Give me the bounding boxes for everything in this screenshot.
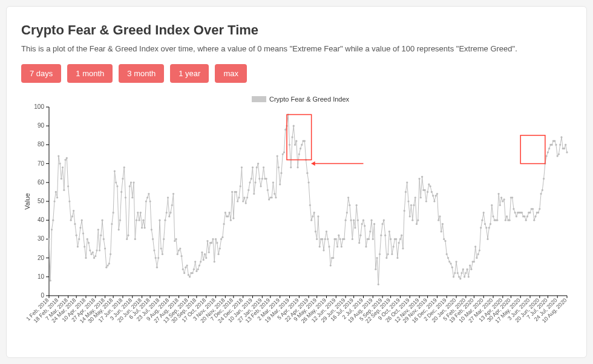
svg-point-465 [492,215,494,217]
svg-point-140 [48,238,50,240]
svg-point-336 [316,238,318,240]
svg-point-332 [310,219,312,221]
range-1month-button[interactable]: 1 month [67,64,113,83]
svg-point-245 [192,272,194,274]
svg-point-410 [417,219,419,221]
range-7days-button[interactable]: 7 days [21,64,61,83]
svg-point-154 [67,185,69,187]
svg-point-204 [136,219,137,221]
svg-point-372 [365,245,367,247]
svg-point-358 [346,212,348,213]
svg-point-381 [378,284,379,285]
svg-point-220 [157,257,159,259]
svg-point-232 [174,240,175,242]
svg-point-494 [532,208,534,210]
svg-point-291 [254,181,256,183]
svg-point-148 [59,163,61,164]
svg-point-337 [317,215,319,217]
svg-point-479 [511,197,513,198]
svg-point-447 [468,276,470,278]
svg-point-214 [149,200,151,202]
svg-point-233 [175,238,177,240]
svg-point-229 [169,212,171,213]
svg-point-433 [448,261,450,262]
svg-point-401 [405,191,407,193]
svg-point-512 [557,155,559,157]
svg-point-256 [206,240,208,242]
svg-point-313 [284,129,286,131]
svg-point-284 [245,203,247,204]
range-1year-button[interactable]: 1 year [170,64,209,83]
svg-point-436 [453,276,454,278]
svg-point-165 [82,232,84,234]
svg-point-273 [230,219,232,221]
svg-point-252 [201,252,203,253]
svg-point-292 [256,166,258,168]
svg-point-215 [151,229,152,230]
svg-point-374 [368,238,370,240]
chart-svg: Crypto Fear & Greed Index010203040506070… [21,94,573,348]
svg-point-263 [216,242,218,244]
svg-point-330 [308,181,310,183]
svg-point-391 [391,253,393,255]
svg-point-201 [131,197,133,198]
svg-point-269 [224,212,226,213]
svg-point-501 [542,189,543,191]
svg-point-477 [509,219,511,221]
svg-point-432 [447,257,449,259]
svg-point-218 [155,257,157,259]
svg-point-383 [380,235,382,236]
svg-point-387 [385,257,387,259]
svg-point-455 [479,250,480,252]
svg-point-144 [53,200,55,202]
svg-point-376 [370,219,372,221]
svg-point-464 [491,204,493,206]
svg-point-188 [114,170,116,172]
svg-point-264 [217,253,219,255]
svg-point-502 [543,178,545,180]
svg-point-343 [326,230,327,232]
svg-point-187 [113,212,114,213]
svg-point-228 [168,215,170,217]
svg-point-434 [450,262,451,264]
svg-point-352 [338,235,339,236]
svg-point-430 [444,240,446,242]
svg-text:30: 30 [38,235,45,242]
svg-point-282 [242,200,244,202]
svg-point-242 [188,274,189,276]
svg-point-421 [432,195,434,197]
svg-point-490 [526,215,528,217]
svg-point-338 [319,245,321,247]
svg-point-195 [123,166,125,168]
svg-point-506 [548,148,550,149]
svg-point-462 [488,227,490,229]
svg-point-297 [263,166,264,168]
svg-point-354 [341,245,342,247]
svg-point-238 [182,268,184,270]
svg-point-210 [144,227,146,229]
svg-point-346 [330,264,332,266]
svg-point-431 [446,253,448,255]
svg-point-488 [523,215,525,217]
svg-point-182 [105,267,107,268]
svg-point-453 [476,257,477,259]
svg-point-241 [186,264,188,266]
svg-point-481 [514,212,516,213]
svg-point-406 [411,219,413,221]
svg-point-499 [539,208,540,210]
svg-point-277 [235,191,237,193]
svg-point-271 [227,215,229,217]
svg-point-426 [439,215,441,217]
svg-point-145 [55,191,57,193]
svg-point-365 [356,204,358,206]
range-3month-button[interactable]: 3 month [119,64,164,83]
svg-point-196 [125,197,126,198]
svg-point-388 [387,253,389,255]
svg-point-348 [332,257,334,259]
svg-point-403 [407,200,409,202]
svg-point-334 [313,212,315,213]
svg-point-451 [473,261,475,262]
svg-point-417 [427,191,428,193]
range-max-button[interactable]: max [215,64,247,83]
svg-point-171 [90,253,92,255]
